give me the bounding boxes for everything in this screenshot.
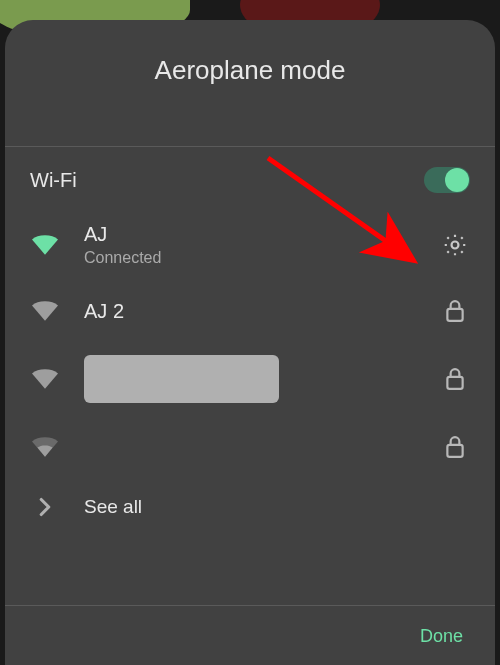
chevron-right-icon xyxy=(30,497,60,517)
wifi-signal-icon xyxy=(30,235,60,255)
wifi-toggle[interactable] xyxy=(424,167,470,193)
network-name: AJ xyxy=(84,223,440,246)
lock-icon xyxy=(445,299,465,323)
svg-rect-2 xyxy=(447,377,462,389)
quick-settings-panel: Aeroplane mode Wi-Fi AJ Connected AJ 2 xyxy=(5,20,495,665)
lock-indicator xyxy=(440,367,470,391)
network-settings-button[interactable] xyxy=(440,232,470,258)
network-item-connected[interactable]: AJ Connected xyxy=(5,211,495,279)
wifi-section-title: Wi-Fi xyxy=(30,169,77,192)
panel-footer: Done xyxy=(5,606,495,665)
lock-icon xyxy=(445,367,465,391)
wifi-signal-icon xyxy=(30,301,60,321)
see-all-button[interactable]: See all xyxy=(5,479,495,535)
svg-point-0 xyxy=(452,242,459,249)
network-item[interactable] xyxy=(5,415,495,479)
network-list: AJ Connected AJ 2 xyxy=(5,211,495,605)
lock-indicator xyxy=(440,299,470,323)
network-item[interactable]: AJ 2 xyxy=(5,279,495,343)
svg-rect-1 xyxy=(447,309,462,321)
see-all-label: See all xyxy=(84,496,142,518)
network-item[interactable] xyxy=(5,343,495,415)
wifi-section-header: Wi-Fi xyxy=(5,147,495,211)
lock-indicator xyxy=(440,435,470,459)
panel-header: Aeroplane mode xyxy=(5,20,495,146)
wifi-signal-icon xyxy=(30,369,60,389)
done-button[interactable]: Done xyxy=(420,626,463,647)
network-name: AJ 2 xyxy=(84,300,440,323)
lock-icon xyxy=(445,435,465,459)
network-status: Connected xyxy=(84,249,440,267)
network-name-redacted xyxy=(84,355,279,403)
panel-title: Aeroplane mode xyxy=(5,55,495,86)
gear-icon xyxy=(442,232,468,258)
wifi-signal-icon xyxy=(30,437,60,457)
svg-rect-3 xyxy=(447,445,462,457)
